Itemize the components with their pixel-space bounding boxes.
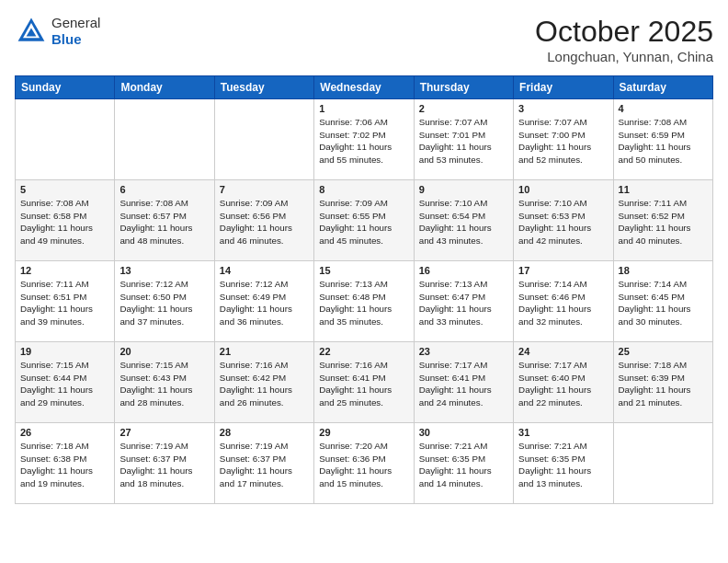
calendar-cell: 3Sunrise: 7:07 AM Sunset: 7:00 PM Daylig… — [514, 99, 613, 180]
calendar-cell: 28Sunrise: 7:19 AM Sunset: 6:37 PM Dayli… — [214, 423, 313, 504]
calendar-cell: 17Sunrise: 7:14 AM Sunset: 6:46 PM Dayli… — [514, 261, 613, 342]
day-number: 26 — [20, 427, 109, 438]
calendar-cell: 4Sunrise: 7:08 AM Sunset: 6:59 PM Daylig… — [613, 99, 712, 180]
dow-header-saturday: Saturday — [613, 76, 712, 99]
day-number: 25 — [619, 346, 708, 357]
day-number: 13 — [119, 265, 209, 276]
day-info: Sunrise: 7:18 AM Sunset: 6:38 PM Dayligh… — [20, 440, 109, 490]
dow-header-wednesday: Wednesday — [314, 76, 414, 99]
week-row-5: 26Sunrise: 7:18 AM Sunset: 6:38 PM Dayli… — [16, 423, 713, 504]
calendar-cell — [214, 99, 313, 180]
day-number: 16 — [419, 265, 508, 276]
logo-icon — [15, 15, 48, 48]
calendar-cell: 31Sunrise: 7:21 AM Sunset: 6:35 PM Dayli… — [514, 423, 613, 504]
day-number: 14 — [220, 265, 309, 276]
calendar-cell: 13Sunrise: 7:12 AM Sunset: 6:50 PM Dayli… — [115, 261, 214, 342]
day-number: 19 — [20, 346, 109, 357]
calendar-cell: 20Sunrise: 7:15 AM Sunset: 6:43 PM Dayli… — [115, 342, 214, 423]
day-number: 22 — [319, 346, 408, 357]
week-row-4: 19Sunrise: 7:15 AM Sunset: 6:44 PM Dayli… — [16, 342, 713, 423]
day-info: Sunrise: 7:10 AM Sunset: 6:53 PM Dayligh… — [518, 197, 608, 247]
day-number: 12 — [20, 265, 109, 276]
calendar-cell: 2Sunrise: 7:07 AM Sunset: 7:01 PM Daylig… — [414, 99, 513, 180]
day-number: 27 — [119, 427, 209, 438]
day-info: Sunrise: 7:07 AM Sunset: 7:01 PM Dayligh… — [419, 116, 508, 167]
day-info: Sunrise: 7:19 AM Sunset: 6:37 PM Dayligh… — [220, 440, 309, 490]
calendar-cell: 1Sunrise: 7:06 AM Sunset: 7:02 PM Daylig… — [314, 99, 414, 180]
page-header: General Blue October 2025 Longchuan, Yun… — [15, 15, 713, 64]
day-number: 24 — [518, 346, 608, 357]
dow-header-sunday: Sunday — [16, 76, 115, 99]
day-info: Sunrise: 7:09 AM Sunset: 6:56 PM Dayligh… — [220, 197, 309, 247]
calendar: SundayMondayTuesdayWednesdayThursdayFrid… — [15, 75, 713, 504]
day-number: 6 — [119, 184, 209, 195]
day-info: Sunrise: 7:17 AM Sunset: 6:41 PM Dayligh… — [419, 359, 508, 409]
dow-header-thursday: Thursday — [414, 76, 513, 99]
day-info: Sunrise: 7:21 AM Sunset: 6:35 PM Dayligh… — [518, 440, 608, 490]
day-info: Sunrise: 7:06 AM Sunset: 7:02 PM Dayligh… — [319, 116, 408, 167]
calendar-cell — [16, 99, 115, 180]
day-number: 5 — [20, 184, 109, 195]
calendar-cell — [115, 99, 214, 180]
day-number: 18 — [619, 265, 708, 276]
day-info: Sunrise: 7:21 AM Sunset: 6:35 PM Dayligh… — [419, 440, 508, 490]
day-number: 23 — [419, 346, 508, 357]
day-number: 30 — [419, 427, 508, 438]
day-info: Sunrise: 7:12 AM Sunset: 6:49 PM Dayligh… — [220, 278, 309, 328]
logo-text: General Blue — [51, 15, 100, 48]
day-info: Sunrise: 7:18 AM Sunset: 6:39 PM Dayligh… — [619, 359, 708, 409]
day-info: Sunrise: 7:19 AM Sunset: 6:37 PM Dayligh… — [119, 440, 209, 490]
calendar-cell: 8Sunrise: 7:09 AM Sunset: 6:55 PM Daylig… — [314, 180, 414, 261]
calendar-cell: 26Sunrise: 7:18 AM Sunset: 6:38 PM Dayli… — [16, 423, 115, 504]
location: Longchuan, Yunnan, China — [535, 49, 713, 64]
day-info: Sunrise: 7:14 AM Sunset: 6:46 PM Dayligh… — [518, 278, 608, 328]
day-number: 8 — [319, 184, 408, 195]
day-info: Sunrise: 7:08 AM Sunset: 6:58 PM Dayligh… — [20, 197, 109, 247]
days-of-week-row: SundayMondayTuesdayWednesdayThursdayFrid… — [16, 76, 713, 99]
day-number: 7 — [220, 184, 309, 195]
calendar-cell: 16Sunrise: 7:13 AM Sunset: 6:47 PM Dayli… — [414, 261, 513, 342]
calendar-cell: 29Sunrise: 7:20 AM Sunset: 6:36 PM Dayli… — [314, 423, 414, 504]
calendar-cell: 10Sunrise: 7:10 AM Sunset: 6:53 PM Dayli… — [514, 180, 613, 261]
calendar-cell: 19Sunrise: 7:15 AM Sunset: 6:44 PM Dayli… — [16, 342, 115, 423]
day-info: Sunrise: 7:14 AM Sunset: 6:45 PM Dayligh… — [619, 278, 708, 328]
day-number: 10 — [518, 184, 608, 195]
day-info: Sunrise: 7:08 AM Sunset: 6:57 PM Dayligh… — [119, 197, 209, 247]
calendar-body: 1Sunrise: 7:06 AM Sunset: 7:02 PM Daylig… — [16, 99, 713, 504]
week-row-2: 5Sunrise: 7:08 AM Sunset: 6:58 PM Daylig… — [16, 180, 713, 261]
dow-header-monday: Monday — [115, 76, 214, 99]
day-info: Sunrise: 7:12 AM Sunset: 6:50 PM Dayligh… — [119, 278, 209, 328]
calendar-cell: 25Sunrise: 7:18 AM Sunset: 6:39 PM Dayli… — [613, 342, 712, 423]
calendar-cell: 9Sunrise: 7:10 AM Sunset: 6:54 PM Daylig… — [414, 180, 513, 261]
calendar-cell: 30Sunrise: 7:21 AM Sunset: 6:35 PM Dayli… — [414, 423, 513, 504]
calendar-cell: 24Sunrise: 7:17 AM Sunset: 6:40 PM Dayli… — [514, 342, 613, 423]
calendar-cell: 6Sunrise: 7:08 AM Sunset: 6:57 PM Daylig… — [115, 180, 214, 261]
day-info: Sunrise: 7:16 AM Sunset: 6:42 PM Dayligh… — [220, 359, 309, 409]
day-number: 28 — [220, 427, 309, 438]
day-info: Sunrise: 7:09 AM Sunset: 6:55 PM Dayligh… — [319, 197, 408, 247]
day-info: Sunrise: 7:16 AM Sunset: 6:41 PM Dayligh… — [319, 359, 408, 409]
week-row-1: 1Sunrise: 7:06 AM Sunset: 7:02 PM Daylig… — [16, 99, 713, 180]
day-number: 17 — [518, 265, 608, 276]
day-number: 2 — [419, 103, 508, 114]
day-number: 3 — [518, 103, 608, 114]
day-number: 4 — [619, 103, 708, 114]
day-info: Sunrise: 7:15 AM Sunset: 6:44 PM Dayligh… — [20, 359, 109, 409]
day-number: 29 — [319, 427, 408, 438]
day-info: Sunrise: 7:07 AM Sunset: 7:00 PM Dayligh… — [518, 116, 608, 167]
day-number: 31 — [518, 427, 608, 438]
calendar-cell: 22Sunrise: 7:16 AM Sunset: 6:41 PM Dayli… — [314, 342, 414, 423]
calendar-cell: 12Sunrise: 7:11 AM Sunset: 6:51 PM Dayli… — [16, 261, 115, 342]
day-info: Sunrise: 7:13 AM Sunset: 6:48 PM Dayligh… — [319, 278, 408, 328]
month-title: October 2025 — [535, 15, 713, 49]
calendar-cell: 18Sunrise: 7:14 AM Sunset: 6:45 PM Dayli… — [613, 261, 712, 342]
title-block: October 2025 Longchuan, Yunnan, China — [535, 15, 713, 64]
calendar-cell: 14Sunrise: 7:12 AM Sunset: 6:49 PM Dayli… — [214, 261, 313, 342]
day-number: 9 — [419, 184, 508, 195]
day-info: Sunrise: 7:11 AM Sunset: 6:51 PM Dayligh… — [20, 278, 109, 328]
day-number: 11 — [619, 184, 708, 195]
calendar-cell: 27Sunrise: 7:19 AM Sunset: 6:37 PM Dayli… — [115, 423, 214, 504]
calendar-cell: 21Sunrise: 7:16 AM Sunset: 6:42 PM Dayli… — [214, 342, 313, 423]
day-info: Sunrise: 7:17 AM Sunset: 6:40 PM Dayligh… — [518, 359, 608, 409]
dow-header-friday: Friday — [514, 76, 613, 99]
